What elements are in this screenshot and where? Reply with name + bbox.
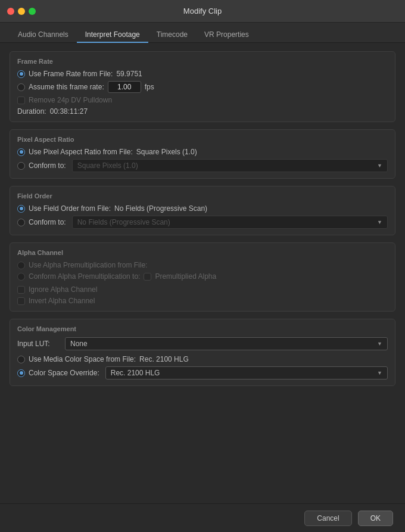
tab-interpret-footage[interactable]: Interpret Footage xyxy=(77,26,148,42)
conform-field-order-dropdown-value: No Fields (Progressive Scan) xyxy=(77,218,170,226)
use-alpha-premult-label: Use Alpha Premultiplication from File: xyxy=(29,261,147,269)
input-lut-label: Input LUT: xyxy=(17,340,59,348)
use-par-value: Square Pixels (1.0) xyxy=(136,148,197,156)
pixel-aspect-ratio-title: Pixel Aspect Ratio xyxy=(17,136,388,143)
use-par-row: Use Pixel Aspect Ratio from File: Square… xyxy=(17,148,388,156)
assume-frame-rate-label: Assume this frame rate: xyxy=(29,83,104,91)
ignore-alpha-row: Ignore Alpha Channel xyxy=(17,285,388,294)
conform-alpha-premult-radio xyxy=(17,273,25,281)
use-alpha-premult-radio xyxy=(17,262,25,269)
conform-alpha-premult-row: Conform Alpha Premultiplication to: Prem… xyxy=(17,272,388,281)
premultiplied-alpha-label: Premultiplied Alpha xyxy=(155,272,216,281)
window-controls xyxy=(7,8,36,15)
use-field-order-radio[interactable] xyxy=(17,205,25,213)
conform-field-order-label: Conform to: xyxy=(29,218,66,226)
tab-vr-properties[interactable]: VR Properties xyxy=(196,26,257,42)
color-space-override-dropdown-arrow: ▼ xyxy=(377,370,382,376)
use-frame-rate-value: 59.9751 xyxy=(116,70,142,78)
use-media-color-space-value: Rec. 2100 HLG xyxy=(139,355,189,363)
premultiplied-alpha-checkbox xyxy=(144,273,151,281)
ignore-alpha-checkbox xyxy=(17,286,25,294)
invert-alpha-label: Invert Alpha Channel xyxy=(29,297,95,305)
close-button[interactable] xyxy=(7,8,14,15)
conform-field-order-dropdown-arrow: ▼ xyxy=(377,219,382,225)
remove-24p-row: Remove 24p DV Pulldown xyxy=(17,96,388,104)
conform-par-dropdown-value: Square Pixels (1.0) xyxy=(77,161,138,170)
conform-field-order-dropdown[interactable]: No Fields (Progressive Scan) ▼ xyxy=(72,216,388,229)
color-management-title: Color Management xyxy=(17,325,388,332)
pixel-aspect-ratio-section: Pixel Aspect Ratio Use Pixel Aspect Rati… xyxy=(10,129,395,179)
footer: Cancel OK xyxy=(0,503,405,532)
conform-alpha-premult-label: Conform Alpha Premultiplication to: xyxy=(29,272,140,281)
field-order-title: Field Order xyxy=(17,192,388,200)
color-space-override-label: Color Space Override: xyxy=(29,369,99,377)
color-space-override-row: Color Space Override: Rec. 2100 HLG ▼ xyxy=(17,366,388,379)
use-media-color-space-radio[interactable] xyxy=(17,356,25,363)
conform-par-radio[interactable] xyxy=(17,162,25,170)
fps-label: fps xyxy=(145,83,154,91)
alpha-channel-title: Alpha Channel xyxy=(17,249,388,256)
conform-par-dropdown-arrow: ▼ xyxy=(377,163,382,169)
invert-alpha-checkbox xyxy=(17,297,25,305)
use-media-color-space-row: Use Media Color Space from File: Rec. 21… xyxy=(17,355,388,363)
assume-frame-rate-row: Assume this frame rate: fps xyxy=(17,81,388,93)
alpha-channel-section: Alpha Channel Use Alpha Premultiplicatio… xyxy=(10,242,395,312)
use-field-order-row: Use Field Order from File: No Fields (Pr… xyxy=(17,204,388,213)
use-media-color-space-label: Use Media Color Space from File: xyxy=(29,355,136,363)
use-field-order-label: Use Field Order from File: xyxy=(29,204,111,213)
assume-frame-rate-input[interactable] xyxy=(108,81,141,93)
duration-value: 00:38:11:27 xyxy=(50,107,88,116)
field-order-section: Field Order Use Field Order from File: N… xyxy=(10,186,395,235)
use-field-order-value: No Fields (Progressive Scan) xyxy=(114,204,207,213)
duration-row: Duration: 00:38:11:27 xyxy=(17,107,388,116)
use-alpha-premult-row: Use Alpha Premultiplication from File: xyxy=(17,261,388,269)
color-space-override-dropdown[interactable]: Rec. 2100 HLG ▼ xyxy=(105,366,388,379)
input-lut-dropdown-arrow: ▼ xyxy=(377,341,382,347)
ok-button[interactable]: OK xyxy=(358,511,393,526)
use-par-label: Use Pixel Aspect Ratio from File: xyxy=(29,148,133,156)
tab-bar: Audio Channels Interpret Footage Timecod… xyxy=(0,23,405,43)
window-title: Modify Clip xyxy=(183,7,222,15)
remove-24p-label: Remove 24p DV Pulldown xyxy=(29,96,112,104)
invert-alpha-row: Invert Alpha Channel xyxy=(17,297,388,305)
minimize-button[interactable] xyxy=(18,8,25,15)
use-frame-rate-label: Use Frame Rate from File: xyxy=(29,70,113,78)
tab-timecode[interactable]: Timecode xyxy=(148,26,196,42)
conform-par-dropdown[interactable]: Square Pixels (1.0) ▼ xyxy=(72,159,388,172)
frame-rate-section: Frame Rate Use Frame Rate from File: 59.… xyxy=(10,51,395,122)
tab-audio-channels[interactable]: Audio Channels xyxy=(10,26,77,42)
maximize-button[interactable] xyxy=(29,8,36,15)
frame-rate-title: Frame Rate xyxy=(17,58,388,65)
conform-par-label: Conform to: xyxy=(29,161,66,170)
remove-24p-checkbox[interactable] xyxy=(17,97,25,104)
color-management-section: Color Management Input LUT: None ▼ Use M… xyxy=(10,319,395,386)
assume-frame-rate-radio[interactable] xyxy=(17,83,25,91)
main-content: Frame Rate Use Frame Rate from File: 59.… xyxy=(0,43,405,503)
ignore-alpha-label: Ignore Alpha Channel xyxy=(29,285,97,294)
input-lut-dropdown[interactable]: None ▼ xyxy=(65,337,388,350)
use-frame-rate-row: Use Frame Rate from File: 59.9751 xyxy=(17,70,388,78)
cancel-button[interactable]: Cancel xyxy=(304,511,351,526)
color-space-override-dropdown-value: Rec. 2100 HLG xyxy=(111,369,160,377)
input-lut-dropdown-value: None xyxy=(70,340,88,348)
use-par-radio[interactable] xyxy=(17,148,25,156)
color-space-override-radio[interactable] xyxy=(17,369,25,377)
input-lut-row: Input LUT: None ▼ xyxy=(17,337,388,350)
conform-field-order-row: Conform to: No Fields (Progressive Scan)… xyxy=(17,216,388,229)
duration-label: Duration: xyxy=(17,107,46,116)
use-frame-rate-radio[interactable] xyxy=(17,70,25,78)
conform-field-order-radio[interactable] xyxy=(17,219,25,226)
title-bar: Modify Clip xyxy=(0,0,405,23)
conform-par-row: Conform to: Square Pixels (1.0) ▼ xyxy=(17,159,388,172)
